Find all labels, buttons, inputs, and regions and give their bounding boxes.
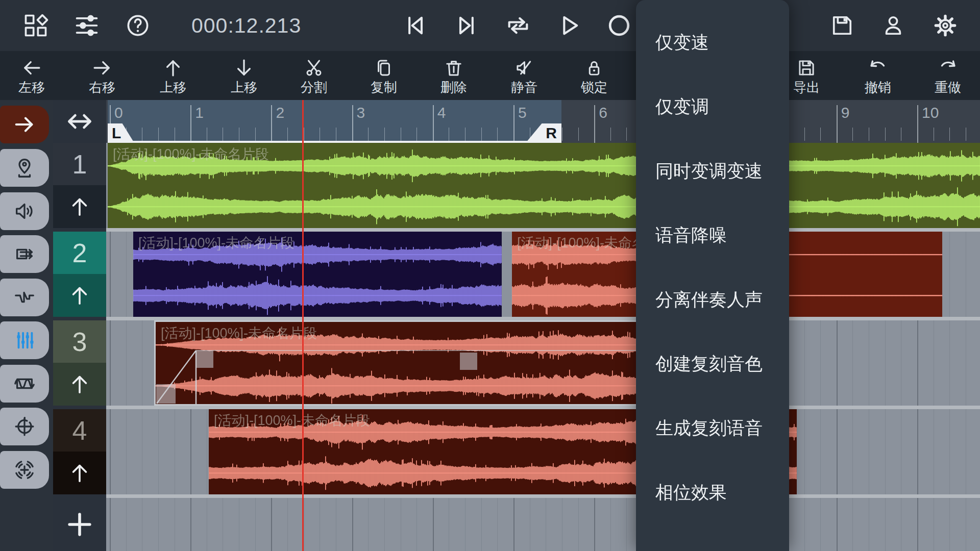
ruler-minor-tick [610, 128, 611, 141]
topbar-save-button[interactable] [829, 12, 855, 39]
track-separator [53, 317, 980, 320]
ruler-minor-tick [820, 128, 821, 141]
add-track-button[interactable] [53, 498, 106, 551]
track-2-move-up-button[interactable] [53, 274, 106, 317]
tool-speaker-button[interactable] [0, 192, 49, 230]
fade-handle[interactable] [196, 350, 213, 368]
menu-item-7[interactable]: 生成复刻语音 [636, 396, 789, 460]
rotate-crosshair-icon [13, 415, 36, 438]
track-2-header[interactable]: 2 [53, 232, 106, 274]
tool-arrow-right-tool-button[interactable] [0, 106, 49, 143]
ruler-minor-tick [207, 128, 207, 141]
tool-equalizer-button[interactable] [0, 321, 49, 359]
toolbar-mute-button[interactable]: 静音 [495, 51, 554, 100]
track-1-move-up-button[interactable] [53, 185, 106, 228]
help-icon [125, 12, 151, 39]
tool-rotate-crosshair-button[interactable] [0, 408, 49, 445]
arrow-right-tool-icon [13, 113, 36, 136]
clip-label: [活动]-[100%]-未命名片段 [113, 145, 269, 163]
tool-wave-button[interactable] [0, 365, 49, 403]
tool-flag-arrows-button[interactable] [0, 235, 49, 273]
transport-skip-start-button[interactable] [402, 12, 428, 39]
track-4-move-up-button[interactable] [53, 452, 106, 494]
ruler-minor-tick [223, 128, 223, 141]
toolbar-lock-button[interactable]: 锁定 [565, 51, 624, 100]
ruler-number: 2 [276, 104, 284, 121]
settings-icon [932, 12, 959, 39]
timeline-ruler[interactable]: 012345678910LR [106, 100, 980, 143]
arrow-up-icon [68, 461, 91, 485]
ruler-major-tick [513, 105, 514, 143]
toolbar-arrow-left-button[interactable]: 左移 [2, 51, 61, 100]
toolbar-arrow-up-button[interactable]: 上移 [143, 51, 203, 100]
clip-label: [活动]-[100%]-未命名片段 [214, 411, 370, 430]
topbar-layout-grid-button[interactable] [22, 12, 49, 39]
layout-grid-icon [22, 12, 49, 39]
track-1-header[interactable]: 1 [53, 143, 106, 185]
menu-item-5[interactable]: 分离伴奏人声 [636, 267, 789, 332]
trash-icon [443, 57, 464, 79]
ruler-minor-tick [934, 128, 934, 141]
toolbar-arrow-down-button[interactable]: 上移 [214, 51, 274, 100]
menu-item-1[interactable]: 仅变速 [636, 10, 789, 74]
transport-loop-button[interactable] [505, 12, 531, 39]
track-3-header[interactable]: 3 [53, 320, 106, 363]
redo-icon [937, 57, 959, 79]
menu-item-8[interactable]: 相位效果 [636, 460, 789, 524]
time-display: 000:12.213 [191, 0, 309, 51]
top-bar: 000:12.213 [0, 0, 980, 51]
playhead[interactable] [302, 100, 304, 551]
speaker-icon [13, 199, 36, 223]
track-number: 3 [72, 327, 87, 357]
audio-clip-track1[interactable]: [活动]-[100%]-未命名片段 [108, 143, 980, 228]
track-number: 2 [72, 238, 87, 268]
ruler-number: 1 [195, 104, 204, 121]
menu-item-4[interactable]: 语音降噪 [636, 203, 789, 267]
transport-play-button[interactable] [555, 12, 582, 39]
track-3-move-up-button[interactable] [53, 363, 106, 406]
ruler-minor-tick [239, 128, 239, 141]
pulse-icon [13, 286, 36, 309]
ruler-minor-tick [562, 128, 562, 141]
edit-toolbar: 左移右移上移上移分割复制删除静音锁定导出撤销重做 [0, 51, 980, 100]
ruler-major-tick [594, 105, 595, 143]
ruler-minor-tick [949, 128, 950, 141]
toolbar-undo-button[interactable]: 撤销 [848, 51, 908, 100]
audio-clip-track2[interactable]: [活动]-[100%]-未命名片段 [133, 232, 502, 317]
toolbar-copy-button[interactable]: 复制 [354, 51, 413, 100]
h-arrows-icon [66, 108, 93, 135]
clip-label: [活动]-[100%]-未命名片段 [161, 324, 317, 342]
menu-item-3[interactable]: 同时变调变速 [636, 139, 789, 203]
ruler-number: 9 [841, 104, 850, 121]
gain-handle[interactable] [460, 353, 477, 370]
skip-end-icon [454, 12, 480, 39]
topbar-help-button[interactable] [125, 12, 151, 39]
toolbar-label: 撤销 [865, 81, 891, 94]
toolbar-trash-button[interactable]: 删除 [424, 51, 483, 100]
toolbar-redo-button[interactable]: 重做 [918, 51, 977, 100]
track-separator [53, 494, 980, 498]
ruler-minor-tick [320, 128, 320, 141]
toolbar-label: 上移 [231, 81, 257, 94]
toolbar-scissors-button[interactable]: 分割 [284, 51, 344, 100]
transport-skip-end-button[interactable] [454, 12, 480, 39]
toolbar-label: 重做 [935, 81, 961, 94]
tool-pulse-button[interactable] [0, 279, 49, 316]
menu-item-6[interactable]: 创建复刻音色 [636, 332, 789, 396]
transport-record-button[interactable] [606, 12, 632, 39]
arrow-up-icon [162, 57, 184, 79]
topbar-user-button[interactable] [880, 12, 906, 39]
fade-corner-handle[interactable] [156, 384, 176, 404]
menu-item-2[interactable]: 仅变调 [636, 74, 789, 139]
topbar-tune-sliders-button[interactable] [74, 12, 100, 39]
tool-location-pin-button[interactable] [0, 149, 49, 187]
ruler-minor-tick [158, 128, 159, 141]
ruler-major-tick [352, 105, 353, 143]
timeline-scroll-handle[interactable] [53, 100, 106, 143]
ruler-minor-tick [142, 128, 142, 141]
topbar-settings-button[interactable] [932, 12, 959, 39]
context-menu: 仅变速仅变调同时变调变速语音降噪分离伴奏人声创建复刻音色生成复刻语音相位效果 [636, 0, 789, 551]
tool-fx-sparkle-button[interactable] [0, 451, 49, 489]
toolbar-arrow-right-button[interactable]: 右移 [72, 51, 132, 100]
track-4-header[interactable]: 4 [53, 409, 106, 452]
